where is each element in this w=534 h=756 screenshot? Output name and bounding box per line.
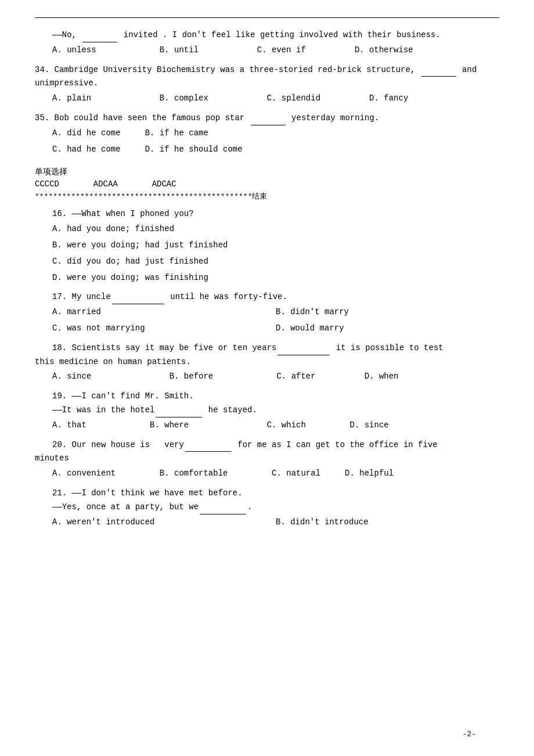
q16-text: 16. ——What when I phoned you? bbox=[52, 207, 499, 221]
q17-options-row2: C. was not marrying D. would marry bbox=[52, 322, 499, 336]
q17-option-c: C. was not marrying bbox=[52, 322, 276, 336]
q21-options-row1: A. weren't introduced B. didn't introduc… bbox=[52, 516, 499, 530]
q20-options: A. convenient B. comfortable C. natural … bbox=[52, 467, 499, 481]
answer-label: 单项选择 bbox=[35, 167, 499, 177]
continuation-section: ——No, invited . I don't feel like gettin… bbox=[35, 28, 499, 156]
q35-blank bbox=[251, 125, 286, 125]
q34-blank bbox=[421, 76, 456, 77]
q19-text2: ——It was in the hotel he stayed. bbox=[52, 404, 499, 417]
q18-block: 18. Scientists say it may be five or ten… bbox=[35, 341, 499, 384]
q16-option-b: B. were you doing; had just finished bbox=[52, 239, 499, 253]
q34-block: 34. Cambridge University Biochemistry wa… bbox=[35, 63, 499, 106]
q17-text: 17. My uncle until he was forty-five. bbox=[52, 290, 499, 304]
q20-blank bbox=[185, 451, 232, 452]
answer-section: 单项选择 CCCCD ADCAA ADCAC *****************… bbox=[35, 167, 499, 201]
main-questions-section: 16. ——What when I phoned you? A. had you… bbox=[35, 207, 499, 529]
q33-blank bbox=[82, 42, 117, 42]
q16-block: 16. ——What when I phoned you? A. had you… bbox=[35, 207, 499, 285]
q34-options: A. plain B. complex C. splendid D. fancy bbox=[52, 92, 499, 106]
q33-dialog-block: ——No, invited . I don't feel like gettin… bbox=[35, 28, 499, 57]
q17-block: 17. My uncle until he was forty-five. A.… bbox=[35, 290, 499, 335]
q18-blank bbox=[277, 355, 330, 355]
q19-block: 19. ——I can't find Mr. Smith. ——It was i… bbox=[35, 390, 499, 432]
q18-text-cont: this medicine on human patients. bbox=[35, 355, 499, 369]
q21-option-b: B. didn't introduce bbox=[276, 516, 499, 530]
q18-text: 18. Scientists say it may be five or ten… bbox=[52, 341, 499, 355]
q20-block: 20. Our new house is very for me as I ca… bbox=[35, 438, 499, 481]
q18-options: A. since B. before C. after D. when bbox=[52, 370, 499, 384]
q21-block: 21. ——I don't think we have met before. … bbox=[35, 487, 499, 529]
q19-options: A. that B. where C. which D. since bbox=[52, 419, 499, 433]
q17-option-b: B. didn't marry bbox=[276, 305, 499, 319]
q16-option-a: A. had you done; finished bbox=[52, 222, 499, 236]
q35-options-cd: C. had he come D. if he should come bbox=[52, 143, 499, 157]
top-divider bbox=[35, 17, 499, 18]
q21-blank bbox=[200, 514, 246, 514]
q21-text2: ——Yes, once at a party, but we. bbox=[52, 501, 499, 514]
page-number: -2- bbox=[463, 730, 476, 739]
q20-text-cont: minutes bbox=[35, 452, 499, 466]
q33-options: A. unless B. until C. even if D. otherwi… bbox=[52, 44, 499, 57]
q35-text: 35. Bob could have seen the famous pop s… bbox=[35, 111, 499, 125]
q20-text: 20. Our new house is very for me as I ca… bbox=[52, 438, 499, 452]
q21-text1: 21. ——I don't think we have met before. bbox=[52, 487, 499, 501]
q34-text: 34. Cambridge University Biochemistry wa… bbox=[35, 63, 499, 91]
q17-option-d: D. would marry bbox=[276, 322, 499, 336]
q17-blank bbox=[112, 304, 164, 304]
q17-option-a: A. married bbox=[52, 305, 276, 319]
separator-text: ****************************************… bbox=[35, 191, 499, 201]
q16-option-c: C. did you do; had just finished bbox=[52, 255, 499, 269]
q33-dialog-text: ——No, invited . I don't feel like gettin… bbox=[52, 28, 499, 42]
q19-blank bbox=[156, 417, 202, 417]
q17-options-row1: A. married B. didn't marry bbox=[52, 305, 499, 319]
answers-text: CCCCD ADCAA ADCAC bbox=[35, 179, 499, 189]
q35-block: 35. Bob could have seen the famous pop s… bbox=[35, 111, 499, 156]
q16-option-d: D. were you doing; was finishing bbox=[52, 271, 499, 285]
q19-text1: 19. ——I can't find Mr. Smith. bbox=[52, 390, 499, 404]
q35-options-ab: A. did he come B. if he came bbox=[52, 127, 499, 141]
q21-option-a: A. weren't introduced bbox=[52, 516, 276, 530]
